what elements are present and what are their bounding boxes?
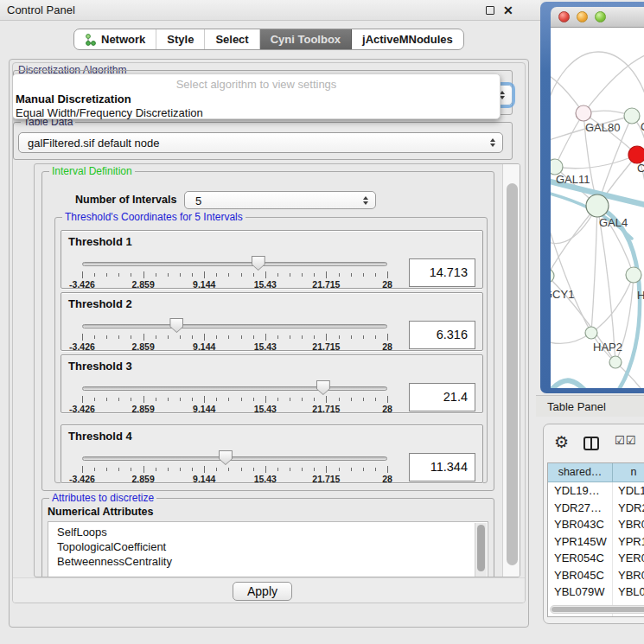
table-row[interactable]: YER054CYER0 (548, 550, 644, 567)
list-item[interactable]: SelfLoops (48, 522, 488, 539)
table-cell[interactable]: YPR1 (613, 533, 644, 551)
dropdown-option-manual[interactable]: Manual Discretization (16, 92, 131, 105)
slider-tick (302, 335, 303, 339)
tab-select[interactable]: Select (205, 29, 259, 49)
slider-tick (351, 468, 352, 471)
slider-thumb[interactable] (219, 450, 233, 465)
close-icon[interactable]: ✕ (503, 2, 513, 19)
threshold-slider[interactable]: -3.4262.8599.14415.4321.71528 (82, 451, 387, 482)
network-node[interactable] (628, 146, 644, 163)
slider-track[interactable] (82, 324, 387, 328)
table-row[interactable]: YBR045CYBR0 (548, 567, 644, 584)
zoom-traffic-light-icon[interactable] (595, 11, 606, 22)
slider-tick-label: 9.144 (193, 279, 215, 290)
network-node[interactable] (576, 105, 591, 121)
network-node[interactable] (624, 108, 640, 124)
slider-track[interactable] (82, 262, 387, 266)
network-node[interactable] (626, 267, 641, 283)
column-header-shared-name[interactable]: shared… (548, 463, 613, 481)
threshold-coordinates-group: Threshold's Coordinates for 5 Intervals … (54, 217, 488, 483)
threshold-value-field[interactable]: 21.4 (409, 383, 475, 411)
list-item[interactable]: BetweennessCentrality (48, 554, 488, 569)
slider-tick (228, 398, 229, 401)
slider-thumb[interactable] (169, 318, 183, 333)
table-cell[interactable]: YBR043C (548, 516, 613, 533)
table-horizontal-scrollbar[interactable] (550, 605, 644, 614)
network-edge[interactable] (551, 380, 597, 388)
table-row[interactable]: YDL19…YDL1 (548, 482, 644, 500)
float-window-icon[interactable] (486, 6, 494, 15)
network-edge[interactable] (555, 113, 583, 167)
network-node[interactable] (585, 327, 597, 339)
threshold-slider[interactable]: -3.4262.8599.14415.4321.71528 (82, 257, 387, 288)
interval-definition-group: Interval Definition Number of Intervals … (41, 171, 494, 491)
table-cell[interactable]: YDR27… (548, 500, 613, 517)
table-cell[interactable]: YBR0 (613, 567, 644, 584)
list-item[interactable]: TopologicalCoefficient (48, 539, 488, 554)
table-cell[interactable]: YDL19… (548, 482, 613, 500)
node-table[interactable]: shared… n YDL19…YDL1YDR27…YDR2YBR043CYBR… (547, 462, 644, 617)
threshold-slider[interactable]: -3.4262.8599.14415.4321.71528 (82, 381, 387, 412)
table-cell[interactable]: YDL1 (613, 482, 644, 500)
tab-jactivemnodules[interactable]: jActiveMNodules (352, 29, 463, 49)
slider-track[interactable] (82, 386, 387, 391)
network-edge[interactable] (555, 155, 637, 169)
table-cell[interactable]: YBR0 (613, 516, 644, 533)
threshold-coordinates-title: Threshold's Coordinates for 5 Intervals (62, 212, 245, 223)
slider-track[interactable] (82, 456, 387, 461)
numerical-attributes-list[interactable]: SelfLoops TopologicalCoefficient Between… (48, 521, 488, 577)
minimize-traffic-light-icon[interactable] (577, 11, 588, 22)
tab-cyni-toolbox[interactable]: Cyni Toolbox (260, 29, 352, 49)
threshold-slider[interactable]: -3.4262.8599.14415.4321.71528 (82, 319, 387, 350)
gear-icon[interactable]: ⚙ (554, 432, 569, 452)
table-row[interactable]: YDR27…YDR2 (548, 500, 644, 517)
table-cell[interactable]: YER054C (548, 550, 613, 567)
close-traffic-light-icon[interactable] (558, 11, 570, 22)
network-node[interactable] (609, 356, 622, 368)
table-row[interactable]: YPR145WYPR1 (548, 533, 644, 551)
settings-scrollbar-thumb[interactable] (507, 183, 518, 565)
column-header-name[interactable]: n (613, 463, 644, 481)
table-cell[interactable]: YER0 (613, 550, 644, 567)
checkbox-icons[interactable]: ☑☑ (615, 434, 636, 447)
threshold-value-field[interactable]: 14.713 (409, 258, 475, 287)
table-cell[interactable]: YBL0 (613, 583, 644, 601)
slider-tick (94, 468, 95, 471)
network-edge[interactable] (583, 54, 644, 113)
table-horizontal-scrollbar-thumb[interactable] (552, 607, 644, 612)
slider-tick (387, 334, 388, 341)
table-row[interactable]: YBL079WYBL0 (548, 583, 644, 601)
table-cell[interactable]: YBL079W (548, 583, 613, 601)
table-cell[interactable]: YPR145W (548, 533, 613, 551)
columns-icon[interactable] (583, 437, 599, 450)
network-node[interactable] (551, 269, 554, 283)
network-canvas[interactable]: GAL80GACGAL11GAL4GCY1HHAP2 (551, 28, 644, 388)
network-node[interactable] (586, 194, 609, 217)
table-row[interactable]: YBR043CYBR0 (548, 516, 644, 533)
num-intervals-spinner[interactable]: 5 (184, 191, 376, 209)
threshold-value-field[interactable]: 11.344 (409, 453, 475, 481)
threshold-value-field[interactable]: 6.316 (409, 321, 475, 349)
dropdown-option-equal-width[interactable]: Equal Width/Frequency Discretization (16, 106, 203, 119)
tab-network[interactable]: Network (74, 29, 156, 49)
table-data-combobox[interactable]: galFiltered.sif default node (18, 132, 503, 153)
table-cell[interactable]: YDR2 (613, 500, 644, 517)
slider-tick (265, 466, 266, 473)
table-cell[interactable]: YBR045C (548, 567, 613, 584)
slider-tick-label: 28 (382, 474, 392, 484)
settings-scrollbar[interactable] (502, 164, 520, 577)
network-edge[interactable] (591, 206, 597, 333)
list-scrollbar-thumb[interactable] (477, 525, 485, 571)
threshold-panel-1: Threshold 1 -3.4262.8599.14415.4321.7152… (61, 230, 483, 289)
network-edge[interactable] (551, 211, 591, 333)
slider-tick (82, 334, 83, 341)
apply-button[interactable]: Apply (233, 582, 292, 601)
slider-thumb[interactable] (316, 380, 330, 395)
attributes-group-title: Attributes to discretize (49, 493, 156, 504)
network-edge[interactable] (551, 206, 597, 276)
list-scrollbar[interactable] (475, 523, 487, 577)
slider-thumb[interactable] (252, 256, 265, 271)
slider-tick-labels: -3.4262.8599.14415.4321.71528 (82, 279, 387, 290)
tab-style[interactable]: Style (156, 29, 205, 49)
network-edge[interactable] (551, 52, 644, 116)
